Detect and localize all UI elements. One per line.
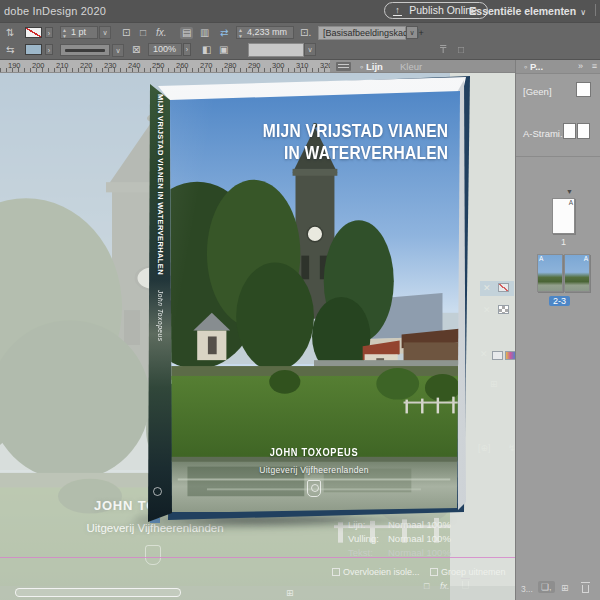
collapse-panel-icon[interactable]: » [578, 61, 583, 71]
chevron-down-icon: ∨ [580, 8, 586, 17]
master-letter: A [569, 199, 573, 206]
effects-row-text: Tekst: Normaal 100% [336, 547, 506, 561]
ruler-tick: 230 [104, 61, 117, 70]
page-1-thumbnail[interactable]: A [552, 198, 575, 234]
pages-count-status: 3... [521, 584, 533, 594]
horizontal-ruler[interactable]: 190 200 210 220 230 240 250 260 270 280 … [0, 60, 330, 73]
ruler-tick: 240 [128, 61, 141, 70]
ghost-none-swatch [498, 283, 509, 292]
flip-icon[interactable]: ⇆ [6, 44, 14, 56]
ruler-tick: 220 [80, 61, 93, 70]
ruler-tick: 200 [32, 61, 45, 70]
opacity-arrow[interactable]: › [183, 43, 191, 56]
corner-options-icon[interactable]: ⊡ [122, 27, 130, 39]
transform-icon[interactable]: ⇅ [6, 27, 14, 39]
drop-shadow-icon[interactable]: ▣ [219, 44, 228, 56]
page-3-thumbnail[interactable]: A [564, 254, 590, 292]
edit-page-size-icon[interactable]: ❏, [538, 581, 555, 593]
spread-2-3-label[interactable]: 2-3 [549, 296, 570, 306]
stroke-color-swatch[interactable] [25, 27, 42, 38]
ghost-lightning-icon: ↯ [508, 443, 515, 453]
pages-panel-footer: 3... ❏, ⊞ [516, 581, 600, 597]
ghost-none-icon: ✕ [483, 283, 491, 293]
ghost-anchor-icon: [⊕] [478, 443, 491, 453]
frame-icon[interactable]: □ [140, 27, 146, 39]
constrain-link-icon[interactable]: ⇄ [220, 27, 228, 39]
row2-misc-icon-2[interactable]: □ [458, 44, 464, 56]
stroke-weight-dropdown[interactable]: ∨ [99, 26, 111, 39]
gap-value-field[interactable]: ▲▼ 4,233 mm [236, 26, 294, 39]
stepper-arrows-icon[interactable]: ▲▼ [62, 27, 67, 39]
object-style-field[interactable]: [Basisafbeeldingskader]+ [318, 26, 406, 40]
effects-fx-icon[interactable]: fx. [156, 27, 167, 39]
page-1-label[interactable]: 1 [552, 237, 575, 247]
master-a-item[interactable]: A-Strami... [523, 128, 568, 139]
frame-fitting-icon[interactable]: ⊡. [300, 27, 311, 39]
workspace-switcher[interactable]: Essentiële elementen∨ [469, 5, 586, 17]
delete-page-icon[interactable] [582, 585, 589, 593]
master-a-thumbnail-left[interactable] [563, 123, 576, 139]
cover-author: JOHN TOXOPEUS [186, 446, 443, 458]
stroke-style-dropdown[interactable] [60, 44, 110, 56]
pages-panel-dock: ◦ P... » ≡ [Geen] A-Strami... ▼ A 1 A A … [515, 60, 600, 600]
stroke-style-arrow[interactable]: ∨ [112, 44, 124, 57]
appbar-edge-icon [595, 4, 600, 16]
preset-dropdown-arrow[interactable]: ∨ [304, 43, 316, 56]
ghost-gradient-swatch [505, 351, 515, 360]
ruler-tick: 250 [152, 61, 165, 70]
master-letter: A [539, 255, 543, 262]
row2-misc-icon-1[interactable]: ₸ [440, 44, 446, 56]
tab-lijn[interactable]: ◦ Lijn [360, 61, 383, 72]
master-none-thumbnail[interactable] [576, 82, 591, 97]
spread-view-icon[interactable]: ⊞ [286, 588, 294, 598]
page-2-thumbnail[interactable]: A [537, 254, 563, 292]
master-a-thumbnail-right[interactable] [577, 123, 590, 139]
ruler-tick: 280 [224, 61, 237, 70]
panel-group-icon[interactable] [336, 62, 351, 71]
opacity-field[interactable]: 100% [148, 43, 182, 56]
stroke-color-panel-header: ◦ Lijn Kleur [330, 60, 515, 73]
tab-kleur[interactable]: Kleur [400, 61, 422, 72]
upload-icon [393, 6, 403, 16]
publisher-logo [307, 480, 321, 497]
horizontal-scrollbar[interactable]: ⊞ [0, 586, 515, 600]
isolate-blending-checkbox[interactable]: Overvloeien isole... [332, 567, 420, 577]
panel-menu-icon[interactable]: ≡ [592, 61, 597, 71]
app-title-bar: dobe InDesign 2020 Publish Online Essent… [0, 0, 600, 22]
ghost-swatch [492, 351, 503, 360]
background-cover-logo [145, 545, 161, 565]
stroke-swatch-arrow[interactable]: › [45, 27, 53, 38]
stroke-weight-field[interactable]: ▲▼ 1 pt [60, 26, 98, 39]
blend-effect-icon[interactable]: ◧ [202, 44, 211, 56]
scrollbar-thumb[interactable] [15, 588, 181, 597]
master-letter: A [584, 255, 588, 262]
cover-publisher: Uitgeverij Vijfheerenlanden [168, 465, 460, 475]
panel-divider [516, 156, 600, 157]
cover-title: MIJN VRIJSTAD VIANEN IN WATERVERHALEN [262, 120, 448, 164]
ghost-none-icon-2: ✕ [483, 305, 491, 315]
ghost-add-icon: ⊞ [490, 379, 498, 389]
effects-row-fill: Vulling: Normaal 100% [336, 533, 506, 547]
book-mockup[interactable]: MIJN VRIJSTAD VIANEN IN WATERVERHALEN Jo… [148, 74, 470, 522]
textwrap-none-icon[interactable]: ▤ [180, 27, 193, 39]
ruler-tick: 270 [200, 61, 213, 70]
control-bar: ⇅ › ▲▼ 1 pt ∨ ⊡ □ fx. ▤ ▥ ⇄ ▲▼ 4,233 mm … [0, 22, 600, 60]
knockout-group-checkbox[interactable]: Groep uitnemen [430, 567, 506, 577]
opacity-icon[interactable]: ⊠ [132, 44, 140, 56]
new-page-icon[interactable]: ⊞ [561, 583, 569, 593]
ruler-tick: 320 [320, 61, 330, 70]
ruler-tick: 310 [296, 61, 309, 70]
spine-logo [153, 487, 162, 496]
indesign-window: dobe InDesign 2020 Publish Online Essent… [0, 0, 600, 600]
tab-pages[interactable]: ◦ P... [524, 61, 543, 72]
master-none-item[interactable]: [Geen] [523, 86, 552, 97]
fill-color-swatch[interactable] [25, 44, 42, 55]
preset-dropdown[interactable] [248, 43, 304, 57]
fill-swatch-arrow[interactable]: › [45, 44, 53, 55]
textwrap-around-icon[interactable]: ▥ [200, 27, 209, 39]
stepper-arrows-icon[interactable]: ▲▼ [238, 27, 243, 39]
spine-text: MIJN VRIJSTAD VIANEN IN WATERVERHALEN Jo… [151, 94, 169, 522]
effects-checkboxes: Overvloeien isole... Groep uitnemen [332, 567, 506, 577]
ruler-tick: 260 [176, 61, 189, 70]
object-style-dropdown[interactable]: ∨ [406, 26, 418, 39]
